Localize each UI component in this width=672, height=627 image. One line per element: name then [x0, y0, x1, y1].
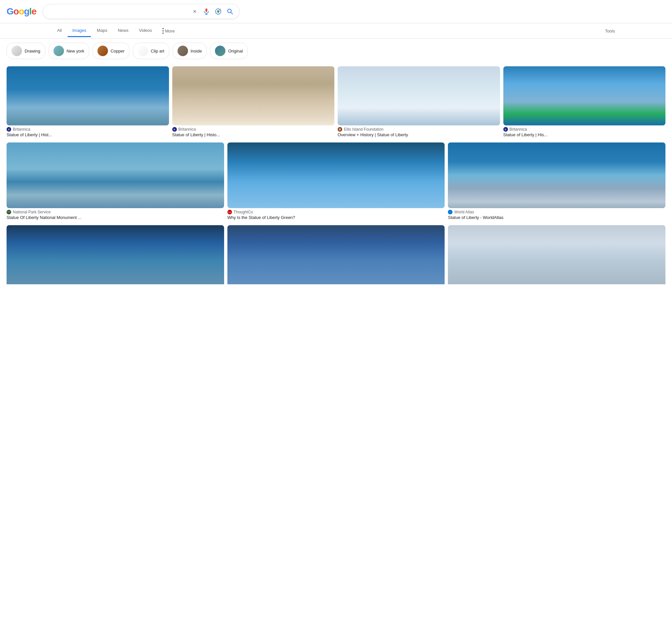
filter-chip-original[interactable]: Original: [210, 43, 248, 59]
chip-ny-label: New york: [67, 49, 84, 53]
tools-button[interactable]: Tools: [600, 25, 620, 37]
result-card-r1c2[interactable]: B Britannica Statue of Liberty | Histo..…: [172, 66, 335, 137]
filter-chip-drawing[interactable]: Drawing: [6, 43, 45, 59]
chip-ny-thumb: [53, 46, 64, 56]
result-image-r2c1: [6, 142, 224, 208]
clear-button[interactable]: ×: [191, 7, 198, 16]
result-image-r3c2: [227, 225, 445, 284]
tab-videos[interactable]: Videos: [134, 25, 157, 37]
result-source-r1c2: B Britannica: [172, 127, 335, 132]
result-source-r1c3: 🏛 Ellis Island Foundation: [338, 127, 500, 132]
result-card-r2c1[interactable]: 🛡 National Park Service Statue Of Libert…: [6, 142, 224, 220]
image-row-3: [6, 225, 666, 284]
result-card-r3c2[interactable]: [227, 225, 445, 284]
result-image-r3c1: [6, 225, 224, 284]
source-icon-r2c2: Co: [227, 210, 232, 214]
result-source-r2c1: 🛡 National Park Service: [6, 210, 224, 214]
source-icon-r2c1: 🛡: [6, 210, 11, 214]
svg-line-6: [231, 13, 233, 15]
result-card-r1c1[interactable]: B Britannica Statue of Liberty | Hist...: [6, 66, 169, 137]
chip-drawing-label: Drawing: [25, 49, 40, 53]
source-name-r2c1: National Park Service: [13, 210, 50, 214]
image-row-2: 🛡 National Park Service Statue Of Libert…: [6, 142, 666, 220]
chip-copper-thumb: [97, 46, 108, 56]
image-grid: B Britannica Statue of Liberty | Hist...…: [0, 63, 672, 293]
chip-clipart-label: Clip art: [151, 49, 164, 53]
svg-point-4: [217, 10, 219, 13]
search-icon: [226, 8, 234, 15]
search-icons: ×: [191, 7, 234, 16]
tab-maps[interactable]: Maps: [92, 25, 112, 37]
filter-chip-clip-art[interactable]: Clip art: [133, 43, 169, 59]
filter-chip-inside[interactable]: Inside: [173, 43, 207, 59]
result-card-r3c1[interactable]: [6, 225, 224, 284]
source-icon-r2c3: 🌐: [448, 210, 453, 214]
lens-search-button[interactable]: [214, 7, 222, 16]
result-card-r1c3[interactable]: 🏛 Ellis Island Foundation Overview + His…: [338, 66, 500, 137]
result-source-r1c1: B Britannica: [6, 127, 169, 132]
result-title-r1c2: Statue of Liberty | Histo...: [172, 132, 335, 137]
result-image-r3c3: [448, 225, 666, 284]
chip-drawing-thumb: [11, 46, 22, 56]
source-icon-r1c4: B: [503, 127, 508, 132]
result-title-r1c1: Statue of Liberty | Hist...: [6, 132, 169, 137]
result-card-r1c4[interactable]: B Britannica Statue of Liberty | His...: [503, 66, 666, 137]
tab-all[interactable]: All: [52, 25, 66, 37]
result-image-r1c1: [6, 66, 169, 125]
source-icon-r1c1: B: [6, 127, 11, 132]
chip-inside-label: Inside: [191, 49, 202, 53]
result-card-r3c3[interactable]: [448, 225, 666, 284]
tab-news[interactable]: News: [113, 25, 133, 37]
search-bar: statue of liberty ×: [43, 4, 240, 19]
result-image-r2c3: [448, 142, 666, 208]
source-name-r2c2: ThoughtCo: [234, 210, 253, 214]
source-icon-r1c3: 🏛: [338, 127, 342, 132]
search-button[interactable]: [226, 7, 234, 16]
source-name-r1c2: Britannica: [178, 127, 196, 132]
result-title-r2c3: Statue of Liberty - WorldAtlas: [448, 215, 666, 220]
source-icon-r1c2: B: [172, 127, 177, 132]
result-card-r2c2[interactable]: Co ThoughtCo Why Is the Statue of Libert…: [227, 142, 445, 220]
more-dots-icon: [162, 28, 164, 34]
result-source-r2c3: 🌐 World Atlas: [448, 210, 666, 214]
result-source-r1c4: B Britannica: [503, 127, 666, 132]
image-row-1: B Britannica Statue of Liberty | Hist...…: [6, 66, 666, 137]
chip-copper-label: Copper: [111, 49, 125, 53]
source-name-r2c3: World Atlas: [454, 210, 474, 214]
result-title-r2c2: Why Is the Statue of Liberty Green?: [227, 215, 445, 220]
source-name-r1c1: Britannica: [13, 127, 30, 132]
chip-original-label: Original: [228, 49, 243, 53]
result-title-r2c1: Statue Of Liberty National Monument ...: [6, 215, 224, 220]
more-label: More: [165, 28, 175, 33]
chip-clipart-thumb: [138, 46, 148, 56]
source-name-r1c4: Britannica: [510, 127, 527, 132]
nav-tabs: All Images Maps News Videos More Tools: [0, 23, 672, 39]
filter-chip-new-york[interactable]: New york: [49, 43, 89, 59]
google-logo: Google: [6, 6, 36, 17]
filter-chip-copper[interactable]: Copper: [93, 43, 129, 59]
mic-icon: [203, 8, 210, 15]
result-image-r1c3: [338, 66, 500, 125]
search-input[interactable]: statue of liberty: [48, 8, 187, 15]
svg-rect-0: [206, 8, 208, 12]
chip-original-thumb: [215, 46, 225, 56]
result-title-r1c4: Statue of Liberty | His...: [503, 132, 666, 137]
lens-icon: [215, 8, 222, 15]
tab-images[interactable]: Images: [68, 25, 91, 37]
chip-inside-thumb: [177, 46, 188, 56]
svg-point-5: [228, 9, 231, 13]
result-image-r2c2: [227, 142, 445, 208]
source-name-r1c3: Ellis Island Foundation: [344, 127, 384, 132]
result-title-r1c3: Overview + History | Statue of Liberty: [338, 132, 500, 137]
result-image-r1c4: [503, 66, 666, 125]
filter-chips: Drawing New york Copper Clip art Inside …: [0, 39, 672, 63]
result-card-r2c3[interactable]: 🌐 World Atlas Statue of Liberty - WorldA…: [448, 142, 666, 220]
more-menu[interactable]: More: [158, 25, 179, 37]
header: Google statue of liberty ×: [0, 0, 672, 23]
voice-search-button[interactable]: [202, 7, 210, 16]
result-source-r2c2: Co ThoughtCo: [227, 210, 445, 214]
result-image-r1c2: [172, 66, 335, 125]
